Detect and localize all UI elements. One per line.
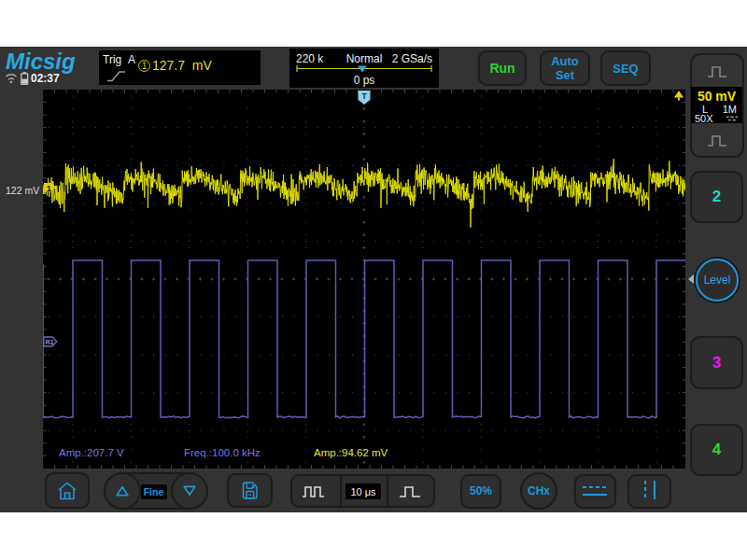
svg-text:Amp.:207.7 V: Amp.:207.7 V — [59, 447, 124, 458]
svg-text:Amp.:94.62 mV: Amp.:94.62 mV — [314, 447, 388, 458]
svg-text:R1: R1 — [46, 339, 54, 345]
svg-text:T: T — [361, 91, 367, 101]
svg-text:Freq.:100.0 kHz: Freq.:100.0 kHz — [184, 447, 261, 458]
svg-text:1: 1 — [47, 183, 52, 193]
